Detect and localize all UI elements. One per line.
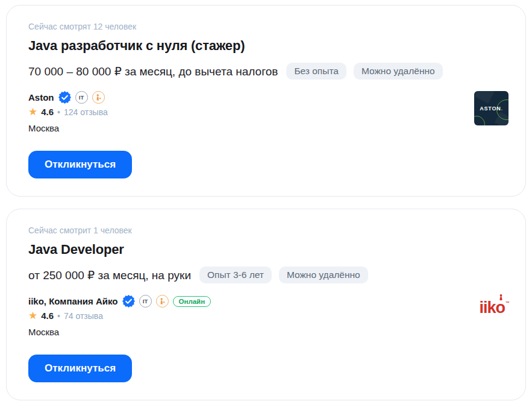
watchers-count: Сейчас смотрят 12 человек — [28, 22, 504, 31]
salary-text: от 250 000 ₽ за месяц, на руки — [28, 268, 191, 282]
rating-row: ★ 4.6 • 124 отзыва — [28, 107, 504, 117]
chef-figure-icon — [498, 294, 504, 300]
logo-decoration — [474, 116, 485, 125]
logo-decoration — [474, 91, 494, 104]
employer-rating-icon — [92, 91, 105, 104]
apply-button[interactable]: Откликнуться — [28, 151, 132, 178]
logo-word: ASTON — [480, 106, 501, 112]
employer-rating-icon — [156, 295, 169, 308]
location: Москва — [28, 123, 504, 133]
remote-tag: Можно удалённо — [279, 267, 368, 283]
apply-button[interactable]: Откликнуться — [28, 355, 132, 382]
experience-tag: Без опыта — [286, 63, 346, 80]
it-accreditation-icon: IT — [139, 295, 152, 308]
vacancy-list: Сейчас смотрят 12 человек Java разработч… — [0, 0, 532, 400]
company-logo-aston[interactable]: ASTON. — [474, 91, 509, 125]
remote-tag: Можно удалённо — [354, 63, 443, 80]
logo-letter-o: o — [496, 300, 505, 316]
online-status-badge: Онлайн — [173, 296, 211, 307]
vacancy-card-iiko: Сейчас смотрит 1 человек Java Developer … — [6, 209, 526, 400]
dot-separator: • — [57, 311, 60, 321]
salary-text: 70 000 – 80 000 ₽ за месяц, до вычета на… — [28, 65, 278, 78]
logo-dot: . — [501, 106, 503, 112]
logo-letter-o-text: o — [496, 298, 505, 317]
star-icon: ★ — [28, 107, 37, 117]
vacancy-title[interactable]: Java Developer — [28, 242, 504, 257]
company-row: iiko, Компания Айко IT Онлайн — [28, 295, 504, 308]
experience-tag: Опыт 3-6 лет — [199, 267, 272, 283]
reviews-link[interactable]: 124 отзыва — [64, 107, 108, 117]
vacancy-title[interactable]: Java разработчик с нуля (стажер) — [28, 38, 504, 54]
rating-value: 4.6 — [41, 107, 54, 117]
star-icon: ★ — [28, 311, 37, 321]
rating-value: 4.6 — [41, 311, 54, 321]
logo-text: ASTON. — [480, 106, 503, 112]
company-name[interactable]: iiko, Компания Айко — [28, 296, 118, 306]
salary-row: 70 000 – 80 000 ₽ за месяц, до вычета на… — [28, 63, 504, 80]
dot-separator: • — [57, 107, 60, 117]
trademark-symbol: ™ — [505, 301, 510, 305]
rating-row: ★ 4.6 • 74 отзыва — [28, 311, 504, 321]
verified-badge-icon — [122, 295, 135, 308]
watchers-count: Сейчас смотрит 1 человек — [28, 226, 504, 235]
logo-text-head: iik — [479, 300, 495, 316]
vacancy-card-aston: Сейчас смотрят 12 человек Java разработч… — [6, 5, 526, 197]
company-logo-iiko[interactable]: iiko™ — [479, 300, 510, 316]
location: Москва — [28, 327, 504, 337]
company-name[interactable]: Aston — [28, 92, 54, 103]
verified-badge-icon — [58, 91, 71, 104]
it-accreditation-icon: IT — [75, 91, 88, 104]
salary-row: от 250 000 ₽ за месяц, на руки Опыт 3-6 … — [28, 267, 504, 283]
reviews-link[interactable]: 74 отзыва — [64, 311, 103, 321]
company-row: Aston IT — [28, 91, 504, 104]
